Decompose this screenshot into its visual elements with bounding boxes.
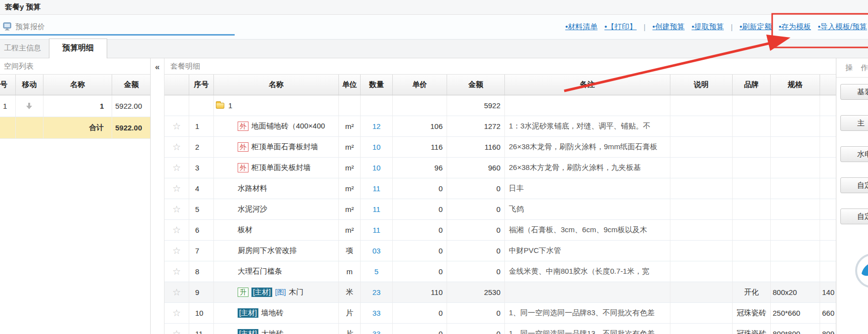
- star-icon[interactable]: ☆: [172, 122, 181, 131]
- cell-desc: [670, 199, 733, 219]
- cell-extra: [820, 95, 836, 116]
- cell-star: ☆: [165, 282, 189, 302]
- cell-brand: [733, 261, 771, 282]
- table-row[interactable]: ☆8大理石门槛条m500金线米黄、中南801胶水（长度0.7-1米，宽: [165, 261, 836, 282]
- cell-amount: 1272: [447, 116, 505, 136]
- cell-spec: [771, 220, 820, 240]
- window-title-bar: 套餐y 预算: [0, 0, 868, 15]
- cell-qty[interactable]: 10: [361, 158, 393, 178]
- bird-logo-watermark: [854, 252, 868, 290]
- toolbar-link[interactable]: •材料清单: [565, 22, 597, 32]
- col-move: 移动: [16, 75, 43, 95]
- cell-qty[interactable]: 33: [361, 324, 393, 334]
- star-icon[interactable]: ☆: [172, 267, 181, 276]
- cell-spec: [771, 178, 820, 199]
- tab-label: 预算明细: [62, 43, 94, 52]
- content-area: 空间列表 序号 移动 名称 金额 1 1 5922.00 合计 5922.00 …: [0, 58, 868, 334]
- cell-desc: [670, 261, 733, 282]
- star-icon[interactable]: ☆: [172, 184, 181, 193]
- cell-qty[interactable]: 10: [361, 137, 393, 157]
- table-row[interactable]: ☆10[主材]墙地砖片33001、同一空间选同一品牌83、不同批次有色差冠珠瓷砖…: [165, 303, 836, 324]
- cell-remark: 26×38木方龙骨，刷防火涂料，九夹板基: [505, 158, 670, 178]
- cell-qty[interactable]: 11: [361, 199, 393, 219]
- tag-主材: [主材]: [238, 308, 258, 318]
- cell-extra: [820, 261, 836, 282]
- cell-extra: [820, 199, 836, 219]
- cell-spec: [771, 199, 820, 219]
- group-row[interactable]: 15922: [165, 95, 836, 116]
- toolbar-link[interactable]: •导入模板/预算: [818, 22, 867, 32]
- cell-price: 0: [393, 303, 447, 323]
- toolbar-link[interactable]: •提取预算: [692, 22, 724, 32]
- table-row[interactable]: ☆9升[主材][图]木门米231102530开化800x20140: [165, 282, 836, 303]
- toolbar-link[interactable]: •创建预算: [653, 22, 685, 32]
- move-down-icon[interactable]: [26, 103, 32, 109]
- item-name: 墙地砖: [261, 308, 284, 318]
- cell-star: [165, 95, 189, 116]
- cell-brand: 开化: [733, 282, 771, 302]
- toolbar-links: •材料清单•【打印】|•创建预算•提取预算|•刷新定额•存为模板•导入模板/预算: [565, 15, 867, 39]
- space-list-panel: 空间列表 序号 移动 名称 金额 1 1 5922.00 合计 5922.00: [0, 58, 151, 334]
- column-header: 序号: [189, 75, 214, 95]
- cell-price: 110: [393, 282, 447, 302]
- cell-remark: 飞鸽: [505, 199, 670, 219]
- table-row[interactable]: ☆1外地面铺地砖（400×400m²1210612721：3水泥砂浆铺底，对缝、…: [165, 116, 836, 137]
- folder-icon[interactable]: [216, 103, 224, 109]
- cell-amount: 0: [447, 199, 505, 219]
- cell-unit: m²: [339, 137, 361, 157]
- tag-外: 外: [238, 142, 248, 152]
- star-icon[interactable]: ☆: [172, 205, 181, 214]
- cell-name: 厨房间下水管改排: [214, 241, 339, 261]
- star-icon[interactable]: ☆: [172, 163, 181, 172]
- section-label: 预算报价: [15, 22, 45, 32]
- collapse-panel-button[interactable]: «: [151, 62, 164, 72]
- toolbar-link[interactable]: •【打印】: [604, 22, 636, 32]
- star-icon[interactable]: ☆: [172, 246, 181, 255]
- space-row[interactable]: 1 1 5922.00: [0, 95, 150, 117]
- cell-desc: [670, 137, 733, 157]
- operation-button[interactable]: 主: [840, 115, 868, 131]
- cell-qty[interactable]: 11: [361, 178, 393, 199]
- cell-qty[interactable]: 5: [361, 261, 393, 282]
- cell-desc: [670, 303, 733, 323]
- total-amount: 5922.00: [112, 117, 150, 138]
- total-label: 合计: [43, 117, 113, 138]
- table-row[interactable]: ☆6板材m²1100福湘（石膏板、3cm、6cm、9cm板以及木: [165, 220, 836, 241]
- cell-star: ☆: [165, 241, 189, 261]
- cell-star: ☆: [165, 303, 189, 323]
- tab-project-main-info[interactable]: 工程主信息: [0, 43, 49, 58]
- cell-unit: 米: [339, 282, 361, 302]
- star-icon[interactable]: ☆: [172, 288, 181, 297]
- operation-button[interactable]: 自定: [840, 177, 868, 193]
- table-row[interactable]: ☆7厨房间下水管改排项0300中财PVC下水管: [165, 241, 836, 261]
- star-icon[interactable]: ☆: [172, 142, 181, 152]
- cell-seq: 1: [0, 95, 16, 117]
- cell-qty[interactable]: 12: [361, 116, 393, 136]
- table-row[interactable]: ☆2外柜顶单面石膏板封墙m²10116116026×38木龙骨，刷防火涂料，9m…: [165, 137, 836, 158]
- table-row[interactable]: ☆4水路材料m²1100日丰: [165, 178, 836, 199]
- tab-budget-detail[interactable]: 预算明细: [49, 39, 107, 58]
- cell-unit: m: [339, 261, 361, 282]
- operation-button[interactable]: 自定: [840, 209, 868, 224]
- cell-desc: [670, 241, 733, 261]
- cell-qty[interactable]: 03: [361, 241, 393, 261]
- cell-qty: [361, 95, 393, 116]
- cell-price: 106: [393, 116, 447, 136]
- operation-button[interactable]: 水电: [840, 146, 868, 162]
- operation-button[interactable]: 基装: [840, 84, 868, 100]
- toolbar-link[interactable]: •刷新定额: [740, 22, 772, 32]
- cell-qty[interactable]: 11: [361, 220, 393, 240]
- operations-panel: 操 作 基装主水电自定自定: [836, 58, 868, 334]
- cell-qty[interactable]: 33: [361, 303, 393, 323]
- cell-qty[interactable]: 23: [361, 282, 393, 302]
- toolbar-link[interactable]: •存为模板: [779, 22, 811, 32]
- table-row[interactable]: ☆11[主材]大地砖片33001、同一空间选同一品牌13、不同批次有色差冠珠瓷砖…: [165, 324, 836, 334]
- cell-name: 板材: [214, 220, 339, 240]
- star-icon[interactable]: ☆: [172, 308, 181, 318]
- table-row[interactable]: ☆3外柜顶单面夹板封墙m²109696026×38木方龙骨，刷防火涂料，九夹板基: [165, 158, 836, 178]
- table-row[interactable]: ☆5水泥河沙m²1100飞鸽: [165, 199, 836, 220]
- cell-brand: [733, 241, 771, 261]
- toolbar-separator: |: [731, 23, 733, 31]
- star-icon[interactable]: ☆: [172, 225, 181, 235]
- star-icon[interactable]: ☆: [172, 329, 181, 334]
